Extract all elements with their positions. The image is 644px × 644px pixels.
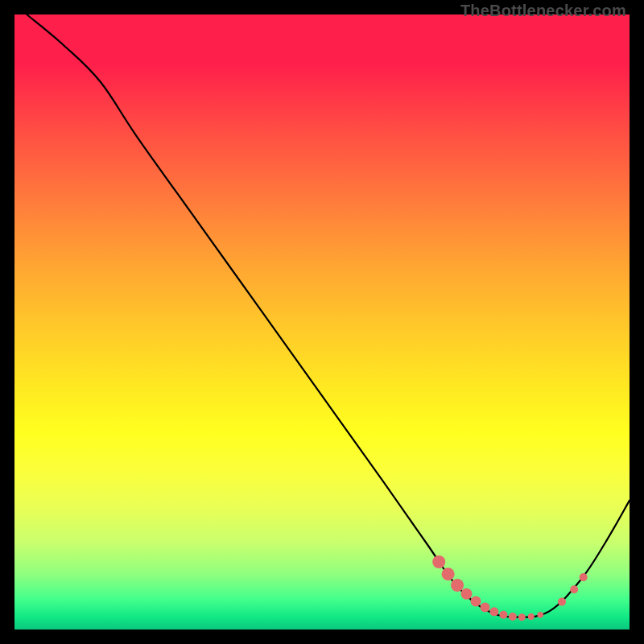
- attribution-text: TheBottlenecker.com: [460, 2, 626, 20]
- curve-marker: [442, 568, 455, 580]
- curve-marker: [471, 596, 481, 606]
- curve-marker: [451, 579, 464, 592]
- curve-marker: [499, 611, 507, 619]
- bottleneck-curve: [27, 14, 630, 617]
- curve-marker: [580, 573, 588, 581]
- curve-marker: [528, 613, 535, 620]
- plot-area: [14, 14, 630, 630]
- curve-marker: [558, 598, 566, 606]
- curve-layer: [14, 14, 630, 630]
- curve-marker: [489, 607, 498, 616]
- curve-marker: [537, 612, 543, 618]
- chart-container: TheBottlenecker.com: [0, 0, 644, 644]
- curve-marker: [432, 555, 445, 568]
- curve-marker: [518, 613, 526, 621]
- curve-marker: [509, 613, 517, 621]
- curve-markers: [432, 555, 588, 621]
- curve-marker: [461, 588, 473, 600]
- curve-marker: [481, 603, 490, 613]
- curve-marker: [570, 585, 578, 593]
